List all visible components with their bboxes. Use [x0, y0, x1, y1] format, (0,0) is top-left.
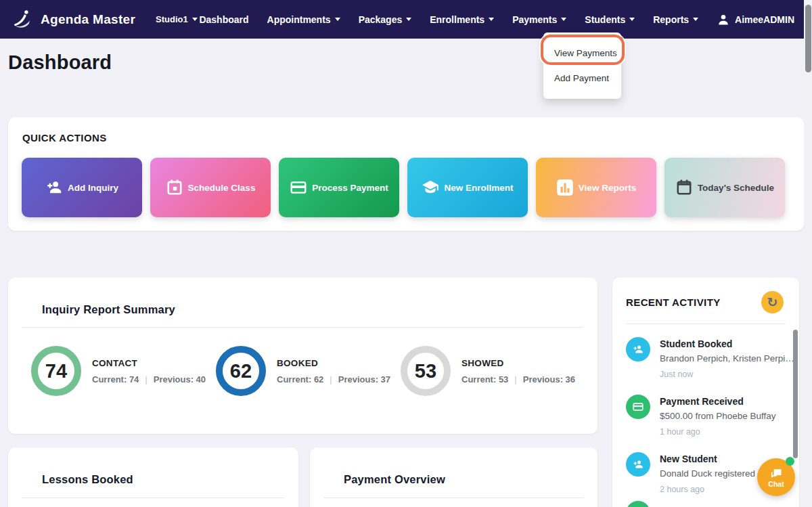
stat-label: SHOWED — [461, 358, 575, 368]
stat-previous: Previous: 40 — [154, 374, 206, 384]
button-label: View Reports — [579, 183, 636, 193]
nav-item-label: Reports — [653, 14, 689, 25]
nav-item-label: Payments — [512, 14, 557, 25]
card-title: Lessons Booked — [42, 473, 133, 486]
brand-logo-icon[interactable] — [11, 8, 34, 31]
schedule-class-button[interactable]: Schedule Class — [150, 158, 271, 217]
menu-item-add-payment[interactable]: Add Payment — [543, 66, 621, 91]
nav-item-label: Dashboard — [199, 14, 248, 25]
nav-item-dashboard[interactable]: Dashboard — [199, 14, 248, 25]
graduation-cap-icon — [422, 179, 439, 196]
calendar-dark-icon — [675, 179, 693, 196]
chevron-down-icon — [489, 18, 494, 21]
stat-current: Current: 53 — [461, 374, 508, 384]
user-menu[interactable]: AimeeADMIN — [717, 13, 794, 26]
nav-item-reports[interactable]: Reports — [653, 14, 698, 25]
chevron-down-icon — [561, 18, 566, 21]
stat-previous: Previous: 36 — [523, 374, 575, 384]
quick-actions-card: QUICK ACTIONS Add Inquiry Schedule Class… — [8, 117, 804, 231]
button-label: Add Inquiry — [68, 183, 118, 193]
stat-value: 74 — [45, 360, 67, 382]
nav-item-label: Students — [585, 14, 625, 25]
activity-title: Payment Received — [660, 395, 776, 407]
stat-booked: 62 BOOKED Current: 62 | Previous: 37 — [216, 346, 390, 396]
activity-time: 2 hours ago — [660, 485, 755, 494]
stat-ring: 74 — [31, 346, 81, 396]
user-name: AimeeADMIN — [735, 14, 794, 25]
activity-subtitle: Brandon Perpich, Kristen Perpi… — [660, 353, 794, 363]
studio-selector[interactable]: Studio1 — [156, 14, 198, 24]
activity-scrollbar[interactable] — [793, 330, 798, 458]
window-scrollbar-thumb[interactable] — [805, 5, 811, 72]
button-label: Schedule Class — [188, 183, 256, 193]
list-item[interactable]: Student Booked Brandon Perpich, Kristen … — [626, 337, 783, 379]
studio-label: Studio1 — [156, 14, 188, 24]
stat-ring: 62 — [216, 346, 266, 396]
stat-metrics: Current: 53 | Previous: 36 — [461, 374, 575, 384]
menu-item-view-payments[interactable]: View Payments — [543, 41, 621, 66]
inquiry-report-card: Inquiry Report Summary 74 CONTACT Curren… — [8, 278, 597, 434]
nav-item-appointments[interactable]: Appointments — [267, 14, 340, 25]
card-title: Inquiry Report Summary — [42, 303, 175, 316]
payment-overview-card: Payment Overview — [310, 447, 597, 507]
lessons-booked-card: Lessons Booked — [8, 447, 298, 507]
nav-item-payments[interactable]: Payments — [512, 14, 566, 25]
activity-subtitle: Donald Duck registered — [660, 468, 755, 479]
window-scrollbar-track[interactable] — [804, 0, 812, 507]
stat-contact: 74 CONTACT Current: 74 | Previous: 40 — [31, 346, 206, 396]
nav-item-label: Packages — [359, 14, 403, 25]
activity-subtitle: $500.00 from Phoebe Buffay — [660, 411, 776, 421]
activity-text: Payment Received $500.00 from Phoebe Buf… — [660, 395, 776, 437]
activity-text: Student Booked Brandon Perpich, Kristen … — [660, 337, 794, 379]
calendar-icon — [166, 179, 183, 196]
button-label: Today's Schedule — [698, 183, 774, 193]
separator: | — [145, 374, 147, 384]
bar-chart-icon — [556, 179, 574, 196]
user-plus-icon — [626, 337, 650, 361]
chat-label: Chat — [768, 480, 784, 488]
stat-text: CONTACT Current: 74 | Previous: 40 — [92, 358, 206, 384]
add-inquiry-button[interactable]: Add Inquiry — [22, 158, 142, 217]
page-title: Dashboard — [8, 51, 112, 74]
nav-item-enrollments[interactable]: Enrollments — [430, 14, 494, 25]
view-reports-button[interactable]: View Reports — [536, 158, 656, 217]
nav-item-packages[interactable]: Packages — [359, 14, 412, 25]
stat-ring: 53 — [401, 346, 451, 396]
list-item[interactable]: Payment Received $500.00 from Phoebe Buf… — [626, 395, 783, 437]
card-title: Payment Overview — [344, 473, 445, 486]
stat-metrics: Current: 62 | Previous: 37 — [277, 374, 390, 384]
refresh-icon: ↻ — [767, 296, 778, 309]
recent-activity-title: RECENT ACTIVITY — [626, 296, 721, 308]
payments-dropdown-menu: View Payments Add Payment — [543, 32, 621, 99]
chevron-down-icon — [629, 18, 635, 21]
button-label: Process Payment — [312, 183, 388, 193]
divider — [323, 498, 584, 498]
stat-showed: 53 SHOWED Current: 53 | Previous: 36 — [401, 346, 575, 396]
separator: | — [514, 374, 516, 384]
stat-current: Current: 62 — [277, 374, 323, 384]
user-plus-icon — [626, 452, 650, 477]
stat-label: CONTACT — [92, 358, 206, 368]
refresh-button[interactable]: ↻ — [761, 291, 784, 313]
activity-time: 1 hour ago — [660, 427, 776, 437]
stat-current: Current: 74 — [92, 374, 139, 384]
credit-card-icon — [626, 395, 650, 419]
chevron-down-icon — [406, 18, 411, 21]
chevron-down-icon — [335, 18, 340, 21]
activity-time: Just now — [660, 370, 794, 379]
quick-actions-title: QUICK ACTIONS — [22, 132, 107, 144]
divider — [626, 324, 786, 324]
process-payment-button[interactable]: Process Payment — [279, 158, 399, 217]
top-navbar: Agenda Master Studio1 Dashboard Appointm… — [0, 0, 804, 39]
stat-text: SHOWED Current: 53 | Previous: 36 — [461, 358, 575, 384]
new-enrollment-button[interactable]: New Enrollment — [407, 158, 528, 217]
main-nav: Dashboard Appointments Packages Enrollme… — [199, 13, 794, 26]
nav-item-students[interactable]: Students — [585, 14, 635, 25]
activity-text: New Student Donald Duck registered 2 hou… — [660, 452, 755, 494]
stat-value: 62 — [230, 360, 252, 382]
user-icon — [717, 13, 730, 26]
divider — [22, 498, 285, 498]
user-plus-icon — [45, 179, 63, 196]
nav-item-label: Enrollments — [430, 14, 484, 25]
todays-schedule-button[interactable]: Today's Schedule — [664, 158, 785, 217]
